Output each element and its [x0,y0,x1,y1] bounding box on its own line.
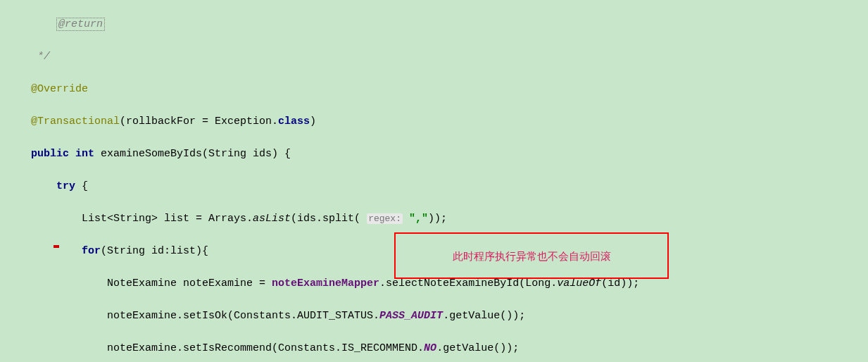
setisok-call: noteExamine.setIsOk(Constants.AUDIT_STAT… [107,310,379,322]
getvalue-call: .getValue()); [443,310,525,322]
code-editor[interactable]: @return */ @Override @Transactional(roll… [0,0,868,362]
setisrecommend-call: noteExamine.setIsRecommend(Constants.IS_… [107,342,424,354]
enum-passaudit: PASS_AUDIT [379,310,443,322]
rollback-param: (rollbackFor = Exception. [120,116,278,127]
getvalue-call2: .getValue()); [436,342,519,354]
split-call: (ids.split( [291,213,360,225]
keyword-int: int [75,148,94,160]
annotation-callout: 此时程序执行异常也不会自动回滚 [394,232,669,279]
select-call: .selectNoteExamineById(Long. [379,277,557,289]
method-aslist: asList [253,213,291,225]
method-sig: examineSomeByIds(String ids) { [94,148,291,160]
comment-close: */ [37,51,50,63]
list-decl: List<String> list = Arrays. [82,213,253,225]
annotation-text: 此时程序执行异常也不会自动回滚 [453,248,611,264]
for-head: (String id:list){ [101,245,208,257]
call-close: )); [428,213,447,225]
annotation-transactional: @Transactional [31,116,120,127]
field-mapper: noteExamineMapper [272,277,379,289]
keyword-class: class [278,116,310,127]
keyword-for: for [82,245,101,257]
noteexamine-decl: NoteExamine noteExamine = [107,277,272,289]
keyword-try: try [56,180,75,192]
method-valueof: valueOf [557,277,601,289]
gutter-error-marker[interactable] [54,245,59,248]
paren-close: ) [310,116,316,127]
annotation-override: @Override [31,83,88,95]
string-comma: "," [403,213,428,225]
param-hint-regex: regex: [367,213,403,224]
doc-return: @return [56,18,105,31]
id-arg: (id)); [601,277,639,289]
brace-open: { [75,180,88,192]
keyword-public: public [31,148,75,160]
enum-no: NO [424,342,436,354]
